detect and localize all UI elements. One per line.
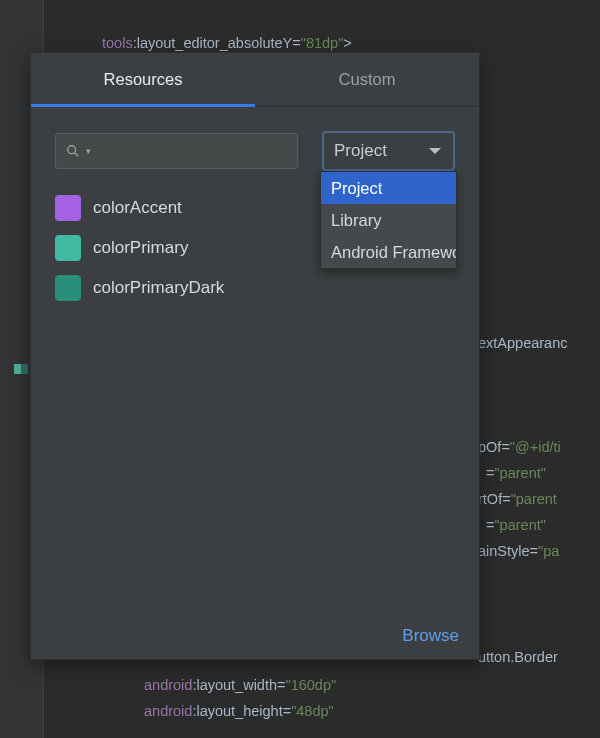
color-swatch bbox=[55, 195, 81, 221]
color-swatch bbox=[55, 275, 81, 301]
code-val: "81dp" bbox=[301, 35, 344, 51]
tab-custom[interactable]: Custom bbox=[255, 53, 479, 106]
svg-point-0 bbox=[68, 146, 76, 154]
browse-button[interactable]: Browse bbox=[402, 626, 459, 646]
chevron-down-icon bbox=[429, 148, 441, 154]
code-attr: layout_editor_absoluteY bbox=[137, 35, 293, 51]
dropdown-item-label: Android Framewo bbox=[331, 243, 456, 262]
browse-button-label: Browse bbox=[402, 626, 459, 645]
color-swatch bbox=[55, 235, 81, 261]
tab-resources[interactable]: Resources bbox=[31, 53, 255, 106]
source-dropdown-selected: Project bbox=[334, 141, 387, 161]
dropdown-item-library[interactable]: Library bbox=[321, 204, 456, 236]
search-input-wrap[interactable]: ▾ bbox=[55, 133, 298, 169]
search-icon bbox=[66, 144, 80, 158]
dialog-tabs: Resources Custom bbox=[31, 53, 479, 107]
svg-line-1 bbox=[75, 153, 79, 157]
dropdown-item-label: Library bbox=[331, 211, 381, 230]
resource-item-label: colorPrimary bbox=[93, 238, 188, 258]
dialog-controls: ▾ Project Project Library Android Framew… bbox=[31, 107, 479, 187]
gutter-color-mark bbox=[14, 364, 28, 374]
dropdown-item-project[interactable]: Project bbox=[321, 172, 456, 204]
resource-item-label: colorAccent bbox=[93, 198, 182, 218]
source-dropdown-list: Project Library Android Framewo bbox=[320, 171, 457, 269]
dropdown-item-android-framework[interactable]: Android Framewo bbox=[321, 236, 456, 268]
resource-picker-dialog: Resources Custom ▾ Project Project Libra… bbox=[30, 52, 480, 660]
code-ns: tools bbox=[102, 35, 133, 51]
tab-resources-label: Resources bbox=[104, 70, 183, 89]
resource-item-color-primary-dark[interactable]: colorPrimaryDark bbox=[55, 275, 455, 301]
tab-custom-label: Custom bbox=[339, 70, 396, 89]
code-frag: extAppearanc bbox=[478, 335, 567, 351]
search-input[interactable] bbox=[97, 143, 287, 160]
resource-item-label: colorPrimaryDark bbox=[93, 278, 224, 298]
source-dropdown: Project Project Library Android Framewo bbox=[322, 131, 455, 171]
dropdown-item-label: Project bbox=[331, 179, 382, 198]
source-dropdown-button[interactable]: Project bbox=[322, 131, 455, 171]
dialog-footer: Browse bbox=[31, 613, 479, 659]
search-options-caret-icon[interactable]: ▾ bbox=[86, 146, 91, 156]
